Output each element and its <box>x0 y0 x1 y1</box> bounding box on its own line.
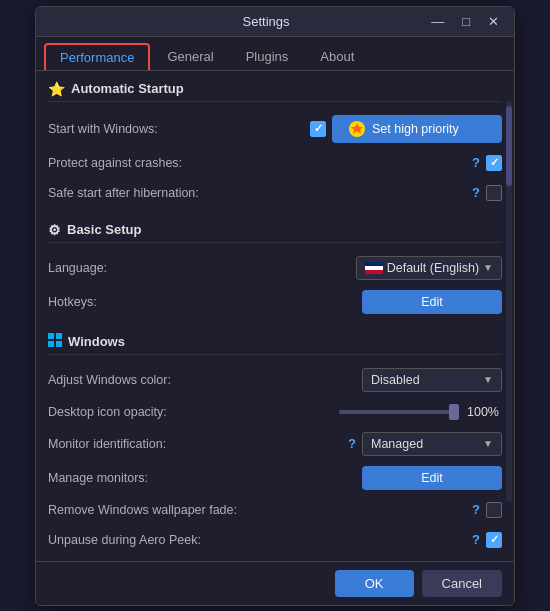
remove-wallpaper-label: Remove Windows wallpaper fade: <box>48 503 237 517</box>
opacity-value: 100% <box>467 405 502 419</box>
adjust-color-label: Adjust Windows color: <box>48 373 171 387</box>
svg-rect-2 <box>365 262 383 266</box>
basic-setup-title: Basic Setup <box>67 222 141 237</box>
svg-rect-8 <box>56 341 62 347</box>
settings-window: Settings — □ ✕ Performance General Plugi… <box>35 6 515 606</box>
windows-section: Windows Adjust Windows color: Disabled ▼ <box>48 333 502 555</box>
automatic-startup-title: Automatic Startup <box>71 81 184 96</box>
windows-icon <box>48 333 62 350</box>
language-dropdown-arrow: ▼ <box>483 262 493 273</box>
opacity-slider-thumb[interactable] <box>449 404 459 420</box>
safe-start-help-icon[interactable]: ? <box>472 185 480 200</box>
automatic-startup-section: ⭐ Automatic Startup Start with Windows: <box>48 81 502 208</box>
tab-plugins[interactable]: Plugins <box>231 43 304 70</box>
row-remove-wallpaper: Remove Windows wallpaper fade: ? <box>48 495 502 525</box>
ok-button[interactable]: OK <box>335 570 414 597</box>
manage-monitors-edit-button[interactable]: Edit <box>362 466 502 490</box>
automatic-startup-header: ⭐ Automatic Startup <box>48 81 502 102</box>
start-windows-checkbox[interactable] <box>310 121 326 137</box>
unpause-aero-checkbox[interactable] <box>486 532 502 548</box>
svg-rect-7 <box>48 341 54 347</box>
row-adjust-color: Adjust Windows color: Disabled ▼ <box>48 363 502 397</box>
basic-setup-section: ⚙ Basic Setup Language: <box>48 222 502 319</box>
language-value: Default (English) <box>387 261 479 275</box>
hotkeys-label: Hotkeys: <box>48 295 97 309</box>
monitor-id-help-icon[interactable]: ? <box>348 436 356 451</box>
cancel-button[interactable]: Cancel <box>422 570 502 597</box>
monitor-id-arrow: ▼ <box>483 438 493 449</box>
set-high-priority-label: Set high priority <box>372 122 459 136</box>
adjust-color-arrow: ▼ <box>483 374 493 385</box>
safe-start-label: Safe start after hibernation: <box>48 186 199 200</box>
close-button[interactable]: ✕ <box>483 13 504 30</box>
monitor-id-label: Monitor identification: <box>48 437 166 451</box>
svg-rect-6 <box>56 333 62 339</box>
row-unpause-aero: Unpause during Aero Peek: ? <box>48 525 502 555</box>
gear-icon: ⚙ <box>48 222 61 238</box>
minimize-button[interactable]: — <box>426 13 449 30</box>
window-controls: — □ ✕ <box>426 13 504 30</box>
footer: OK Cancel <box>36 561 514 605</box>
remove-wallpaper-help-icon[interactable]: ? <box>472 502 480 517</box>
maximize-button[interactable]: □ <box>457 13 475 30</box>
scroll-content: ⭐ Automatic Startup Start with Windows: <box>36 71 514 561</box>
tab-about[interactable]: About <box>305 43 369 70</box>
opacity-slider-container: 100% <box>339 405 502 419</box>
titlebar: Settings — □ ✕ <box>36 7 514 37</box>
content-area: ⭐ Automatic Startup Start with Windows: <box>36 71 514 561</box>
scrollbar-thumb[interactable] <box>506 106 512 186</box>
priority-icon <box>348 120 366 138</box>
row-monitor-id: Monitor identification: ? Managed ▼ <box>48 427 502 461</box>
start-windows-label: Start with Windows: <box>48 122 158 136</box>
star-icon: ⭐ <box>48 81 65 97</box>
svg-rect-4 <box>365 270 383 274</box>
unpause-aero-label: Unpause during Aero Peek: <box>48 533 201 547</box>
desktop-opacity-label: Desktop icon opacity: <box>48 405 167 419</box>
monitor-id-select[interactable]: Managed ▼ <box>362 432 502 456</box>
manage-monitors-label: Manage monitors: <box>48 471 148 485</box>
windows-header: Windows <box>48 333 502 355</box>
opacity-slider-fill <box>339 410 453 414</box>
adjust-color-value: Disabled <box>371 373 420 387</box>
remove-wallpaper-checkbox[interactable] <box>486 502 502 518</box>
opacity-slider-track[interactable] <box>339 410 459 414</box>
row-hotkeys: Hotkeys: Edit <box>48 285 502 319</box>
window-title: Settings <box>106 14 426 29</box>
row-start-windows: Start with Windows: Set high priority <box>48 110 502 148</box>
windows-title: Windows <box>68 334 125 349</box>
row-manage-monitors: Manage monitors: Edit <box>48 461 502 495</box>
protect-crashes-help-icon[interactable]: ? <box>472 155 480 170</box>
tab-performance[interactable]: Performance <box>44 43 150 70</box>
svg-rect-3 <box>365 266 383 270</box>
protect-crashes-label: Protect against crashes: <box>48 156 182 170</box>
set-high-priority-button[interactable]: Set high priority <box>332 115 502 143</box>
tab-general[interactable]: General <box>152 43 228 70</box>
safe-start-checkbox[interactable] <box>486 185 502 201</box>
row-language: Language: Default (English <box>48 251 502 285</box>
protect-crashes-checkbox[interactable] <box>486 155 502 171</box>
row-protect-crashes: Protect against crashes: ? <box>48 148 502 178</box>
unpause-aero-help-icon[interactable]: ? <box>472 532 480 547</box>
monitor-id-value: Managed <box>371 437 423 451</box>
hotkeys-edit-button[interactable]: Edit <box>362 290 502 314</box>
language-flag-icon <box>365 262 383 274</box>
language-select[interactable]: Default (English) ▼ <box>356 256 502 280</box>
row-desktop-opacity: Desktop icon opacity: 100% <box>48 397 502 427</box>
svg-rect-5 <box>48 333 54 339</box>
row-safe-start: Safe start after hibernation: ? <box>48 178 502 208</box>
tab-bar: Performance General Plugins About <box>36 37 514 71</box>
basic-setup-header: ⚙ Basic Setup <box>48 222 502 243</box>
adjust-color-select[interactable]: Disabled ▼ <box>362 368 502 392</box>
language-label: Language: <box>48 261 107 275</box>
windows-logo-icon <box>48 333 62 347</box>
